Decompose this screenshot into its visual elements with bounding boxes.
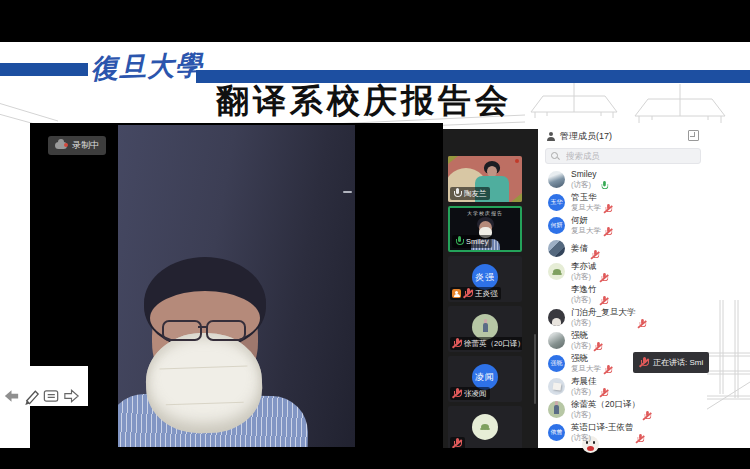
thumbnail-name: Smiley	[466, 237, 489, 246]
member-row[interactable]: 李逸竹 (访客)	[538, 283, 707, 306]
next-slide-button[interactable]	[62, 386, 81, 406]
member-subtitle: (访客)	[571, 318, 635, 327]
mic-muted-icon[interactable]	[642, 411, 651, 421]
member-subtitle: (访客)	[571, 272, 597, 281]
member-name: 强晓	[571, 354, 601, 363]
speaker-video	[118, 125, 355, 447]
thumbnail-name: 张凌闻	[464, 389, 487, 399]
mic-on-icon	[454, 236, 464, 247]
member-name: 李亦诚	[571, 262, 597, 271]
mic-muted-icon[interactable]	[599, 296, 608, 306]
mic-muted-icon[interactable]	[638, 319, 647, 329]
cloud-recording-icon	[55, 142, 67, 149]
member-subtitle: (访客)	[571, 180, 597, 189]
thumbnail-name: 陶友兰	[464, 189, 487, 199]
thumbnail-taoyoulan[interactable]: 陶友兰	[448, 156, 522, 202]
slideshow-nav-area	[0, 366, 88, 406]
initials-avatar: 何妍	[548, 217, 565, 234]
initials-avatar: 强晓	[548, 355, 565, 372]
mic-muted-icon	[452, 388, 462, 399]
member-row[interactable]: 门泊舟_复旦大学 (访客)	[538, 306, 707, 329]
member-name: 寿晨佳	[571, 377, 597, 386]
member-row[interactable]: 玉华 管玉华 复旦大学	[538, 191, 707, 214]
member-subtitle: (访客)	[571, 410, 640, 419]
members-icon	[546, 132, 556, 142]
participants-panel: 管理成员(17) Smiley (访客) 玉华 管玉华 复旦大学 何妍	[538, 123, 707, 448]
mic-muted-icon[interactable]	[591, 250, 600, 260]
photo-avatar	[548, 171, 565, 188]
thumbnail-name: 徐蕾英（20口译）	[464, 339, 522, 349]
mic-muted-icon	[452, 438, 462, 448]
mic-muted-icon	[452, 338, 462, 349]
thumbnail-zhanglingwen[interactable]: 凌闻 张凌闻	[448, 356, 522, 402]
member-name: 姜倩	[571, 244, 588, 253]
member-subtitle: (访客)	[571, 433, 633, 442]
recording-label: 录制中	[72, 139, 99, 152]
photo-avatar	[548, 332, 565, 349]
previous-slide-button[interactable]	[2, 386, 21, 406]
member-name: Smiley	[571, 170, 597, 179]
member-name: 徐蕾英（20口译）	[571, 400, 640, 409]
member-subtitle: (访客)	[571, 341, 591, 350]
video-thumbnail-strip: 陶友兰 大学校庆报告 Smiley 炎强 王炎强 徐蕾英（20口译） 凌闻 张凌…	[443, 129, 538, 448]
speaker-glasses	[162, 320, 254, 342]
thumbnail-wangyanqiang[interactable]: 炎强 王炎强	[448, 256, 522, 302]
speaking-indicator-tooltip: 正在讲话: Smi	[633, 352, 709, 373]
member-name: 何妍	[571, 216, 601, 225]
panel-popout-icon[interactable]	[688, 130, 699, 141]
panel-title: 管理成员(17)	[560, 130, 612, 143]
photo-avatar	[548, 401, 565, 418]
mic-on-icon[interactable]	[599, 181, 608, 191]
mic-muted-icon[interactable]	[599, 388, 608, 398]
screen: 復旦大學 翻译系校庆报告会 录制中	[0, 0, 750, 469]
initials-avatar: 依曾	[548, 424, 565, 441]
university-logo: 復旦大學	[87, 42, 207, 92]
speaker-face-mask	[144, 331, 263, 435]
member-row[interactable]: 何妍 何妍 复旦大学	[538, 214, 707, 237]
member-subtitle: (访客)	[571, 387, 597, 396]
member-name: 门泊舟_复旦大学	[571, 308, 635, 317]
mic-muted-icon	[463, 288, 473, 299]
member-row[interactable]: 寿晨佳 (访客)	[538, 375, 707, 398]
member-subtitle: 复旦大学	[571, 203, 601, 212]
host-icon	[452, 289, 461, 298]
member-name: 李逸竹	[571, 285, 597, 294]
search-input[interactable]	[564, 150, 688, 162]
mic-muted-icon[interactable]	[604, 365, 613, 375]
member-name: 英语口译-王依曾	[571, 423, 633, 432]
member-search-box[interactable]	[545, 148, 701, 164]
strip-scrollbar[interactable]	[534, 334, 536, 404]
member-row[interactable]: Smiley (访客)	[538, 168, 707, 191]
photo-avatar	[472, 414, 498, 440]
pen-tool-button[interactable]	[22, 386, 41, 406]
photo-avatar	[548, 309, 565, 326]
search-icon	[551, 152, 560, 161]
member-row[interactable]: 徐蕾英（20口译） (访客)	[538, 398, 707, 421]
comments-button[interactable]	[42, 386, 61, 406]
mic-muted-icon[interactable]	[604, 227, 613, 237]
thumbnail-xuleiying[interactable]: 徐蕾英（20口译）	[448, 306, 522, 352]
mic-muted-icon	[639, 357, 649, 368]
initials-avatar: 玉华	[548, 194, 565, 211]
member-row[interactable]: 依曾 英语口译-王依曾 (访客)	[538, 421, 707, 444]
member-name: 管玉华	[571, 193, 601, 202]
mic-muted-icon[interactable]	[599, 273, 608, 283]
member-subtitle: 复旦大学	[571, 364, 601, 373]
member-row[interactable]: 李亦诚 (访客)	[538, 260, 707, 283]
member-row[interactable]: 姜倩	[538, 237, 707, 260]
mic-muted-icon[interactable]	[594, 342, 603, 352]
member-subtitle: 复旦大学	[571, 226, 601, 235]
photo-avatar	[548, 240, 565, 257]
photo-avatar	[548, 378, 565, 395]
mic-muted-icon[interactable]	[636, 434, 645, 444]
video-highlight	[343, 191, 352, 193]
mic-muted-icon[interactable]	[604, 204, 613, 214]
member-subtitle: (访客)	[571, 295, 597, 304]
thumbnail-name: 王炎强	[475, 289, 498, 299]
thumbnail-smiley-active[interactable]: 大学校庆报告 Smiley	[448, 206, 522, 252]
mic-on-icon	[452, 188, 462, 199]
member-list: Smiley (访客) 玉华 管玉华 复旦大学 何妍 何妍 复旦大学 姜倩	[538, 168, 707, 444]
thumbnail-partial[interactable]	[448, 406, 522, 448]
member-row[interactable]: 强晓 (访客)	[538, 329, 707, 352]
speaking-text: 正在讲话: Smi	[653, 357, 703, 368]
